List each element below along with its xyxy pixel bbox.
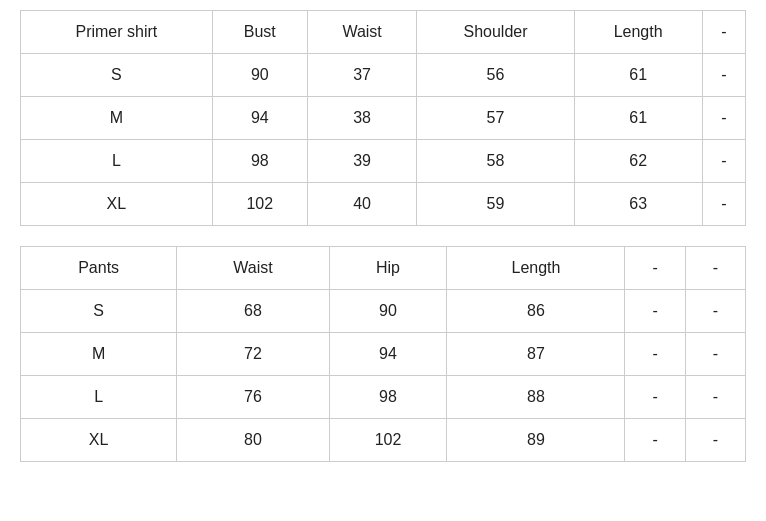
pants-cell-r3-c2: 102	[329, 419, 447, 462]
shirt-col-dash: -	[702, 11, 745, 54]
shirt-cell-r1-c5: -	[702, 97, 745, 140]
pants-cell-r2-c5: -	[685, 376, 745, 419]
pants-cell-r0-c1: 68	[177, 290, 329, 333]
pants-col-name: Pants	[21, 247, 177, 290]
pants-row: M729487--	[21, 333, 746, 376]
pants-col-dash1: -	[625, 247, 685, 290]
pants-cell-r3-c5: -	[685, 419, 745, 462]
pants-row: S689086--	[21, 290, 746, 333]
pants-cell-r3-c1: 80	[177, 419, 329, 462]
shirt-row: L98395862-	[21, 140, 746, 183]
pants-cell-r3-c3: 89	[447, 419, 625, 462]
shirt-cell-r3-c2: 40	[307, 183, 416, 226]
shirt-col-waist: Waist	[307, 11, 416, 54]
pants-col-waist: Waist	[177, 247, 329, 290]
pants-header-row: Pants Waist Hip Length - -	[21, 247, 746, 290]
shirt-row: M94385761-	[21, 97, 746, 140]
shirt-cell-r2-c4: 62	[574, 140, 702, 183]
shirt-cell-r2-c5: -	[702, 140, 745, 183]
shirt-table-wrapper: Primer shirt Bust Waist Shoulder Length …	[20, 10, 746, 226]
shirt-cell-r1-c4: 61	[574, 97, 702, 140]
pants-cell-r1-c0: M	[21, 333, 177, 376]
pants-cell-r1-c5: -	[685, 333, 745, 376]
pants-cell-r3-c4: -	[625, 419, 685, 462]
shirt-cell-r0-c3: 56	[417, 54, 574, 97]
pants-cell-r0-c2: 90	[329, 290, 447, 333]
shirt-cell-r1-c2: 38	[307, 97, 416, 140]
shirt-cell-r3-c4: 63	[574, 183, 702, 226]
pants-col-hip: Hip	[329, 247, 447, 290]
shirt-cell-r3-c1: 102	[212, 183, 307, 226]
shirt-cell-r2-c0: L	[21, 140, 213, 183]
shirt-cell-r1-c3: 57	[417, 97, 574, 140]
shirt-col-length: Length	[574, 11, 702, 54]
shirt-table: Primer shirt Bust Waist Shoulder Length …	[20, 10, 746, 226]
pants-col-length: Length	[447, 247, 625, 290]
shirt-cell-r2-c1: 98	[212, 140, 307, 183]
pants-cell-r2-c3: 88	[447, 376, 625, 419]
pants-cell-r0-c0: S	[21, 290, 177, 333]
shirt-cell-r3-c0: XL	[21, 183, 213, 226]
pants-cell-r3-c0: XL	[21, 419, 177, 462]
pants-cell-r1-c2: 94	[329, 333, 447, 376]
shirt-cell-r1-c1: 94	[212, 97, 307, 140]
shirt-cell-r2-c3: 58	[417, 140, 574, 183]
pants-table: Pants Waist Hip Length - - S689086--M729…	[20, 246, 746, 462]
shirt-row: S90375661-	[21, 54, 746, 97]
pants-cell-r2-c2: 98	[329, 376, 447, 419]
shirt-header-row: Primer shirt Bust Waist Shoulder Length …	[21, 11, 746, 54]
shirt-cell-r0-c2: 37	[307, 54, 416, 97]
pants-table-wrapper: Pants Waist Hip Length - - S689086--M729…	[20, 246, 746, 462]
pants-row: L769888--	[21, 376, 746, 419]
shirt-cell-r3-c5: -	[702, 183, 745, 226]
shirt-col-shoulder: Shoulder	[417, 11, 574, 54]
pants-cell-r2-c1: 76	[177, 376, 329, 419]
shirt-cell-r0-c5: -	[702, 54, 745, 97]
pants-cell-r0-c3: 86	[447, 290, 625, 333]
pants-cell-r0-c5: -	[685, 290, 745, 333]
pants-cell-r0-c4: -	[625, 290, 685, 333]
pants-cell-r2-c0: L	[21, 376, 177, 419]
shirt-col-name: Primer shirt	[21, 11, 213, 54]
pants-cell-r2-c4: -	[625, 376, 685, 419]
shirt-row: XL102405963-	[21, 183, 746, 226]
pants-col-dash2: -	[685, 247, 745, 290]
shirt-cell-r0-c4: 61	[574, 54, 702, 97]
pants-cell-r1-c3: 87	[447, 333, 625, 376]
pants-row: XL8010289--	[21, 419, 746, 462]
shirt-col-bust: Bust	[212, 11, 307, 54]
shirt-cell-r0-c0: S	[21, 54, 213, 97]
shirt-cell-r0-c1: 90	[212, 54, 307, 97]
pants-cell-r1-c4: -	[625, 333, 685, 376]
shirt-cell-r2-c2: 39	[307, 140, 416, 183]
pants-cell-r1-c1: 72	[177, 333, 329, 376]
shirt-cell-r3-c3: 59	[417, 183, 574, 226]
shirt-cell-r1-c0: M	[21, 97, 213, 140]
